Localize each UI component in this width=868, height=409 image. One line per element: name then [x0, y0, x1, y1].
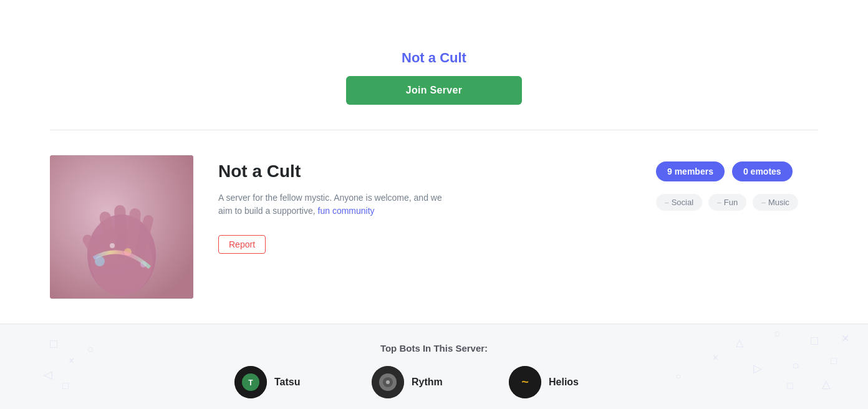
members-badge: 9 members	[656, 161, 725, 181]
emotes-badge: 0 emotes	[732, 161, 793, 181]
svg-text:T: T	[248, 378, 253, 387]
hero-section: Not a Cult Join Server	[0, 0, 868, 130]
deco-shape-2: ×	[69, 355, 74, 367]
bottom-section: □ × ◁ ○ □ × □ ○ △ □ ○ ▷ × △ □ ○ Top Bots…	[0, 324, 868, 409]
deco-shape-r1: ×	[841, 330, 849, 347]
stats-section: 9 members 0 emotes – Social – Fun – Musi…	[656, 155, 818, 211]
bot-card-helios: ~ Helios	[509, 366, 634, 398]
tag-music: – Music	[753, 194, 798, 211]
stats-badges: 9 members 0 emotes	[656, 161, 818, 181]
tatsu-icon: T	[234, 366, 267, 398]
deco-shape-r5: □	[831, 355, 837, 367]
hero-title: Not a Cult	[402, 50, 466, 66]
server-info: Not a Cult A server for the fellow mysti…	[218, 155, 631, 254]
tag-fun: – Fun	[708, 194, 746, 211]
bots-section-title: Top Bots In This Server:	[50, 343, 818, 354]
deco-shape-r9: △	[822, 377, 831, 391]
join-server-button[interactable]: Join Server	[346, 76, 522, 105]
deco-shape-r8: ×	[713, 352, 718, 363]
helios-name: Helios	[549, 377, 579, 388]
tag-social: – Social	[656, 194, 702, 211]
server-image-svg	[50, 155, 193, 299]
tags-row: – Social – Fun – Music	[656, 194, 818, 211]
server-detail-section: Not a Cult A server for the fellow mysti…	[0, 130, 868, 324]
tag-fun-label: Fun	[724, 198, 738, 207]
helios-icon: ~	[509, 366, 541, 398]
svg-point-19	[386, 380, 390, 384]
deco-shape-r3: ○	[774, 327, 781, 340]
rythm-icon	[372, 366, 404, 398]
server-name: Not a Cult	[218, 161, 631, 181]
tag-dot-2: –	[717, 198, 721, 207]
bot-card-tatsu: T Tatsu	[234, 366, 359, 398]
server-description: A server for the fellow mystic. Anyone i…	[218, 191, 455, 218]
rythm-name: Rythm	[412, 377, 443, 388]
tatsu-name: Tatsu	[274, 377, 300, 388]
tag-dot: –	[665, 198, 669, 207]
svg-text:~: ~	[521, 375, 529, 388]
tag-dot-3: –	[761, 198, 766, 207]
svg-point-12	[110, 243, 115, 248]
server-image	[50, 155, 193, 299]
description-link: fun community	[318, 206, 375, 216]
bots-row: T Tatsu Rythm ~	[50, 366, 818, 398]
bot-card-rythm: Rythm	[372, 366, 496, 398]
report-button[interactable]: Report	[218, 235, 266, 254]
tag-music-label: Music	[768, 198, 789, 207]
tag-social-label: Social	[672, 198, 693, 207]
